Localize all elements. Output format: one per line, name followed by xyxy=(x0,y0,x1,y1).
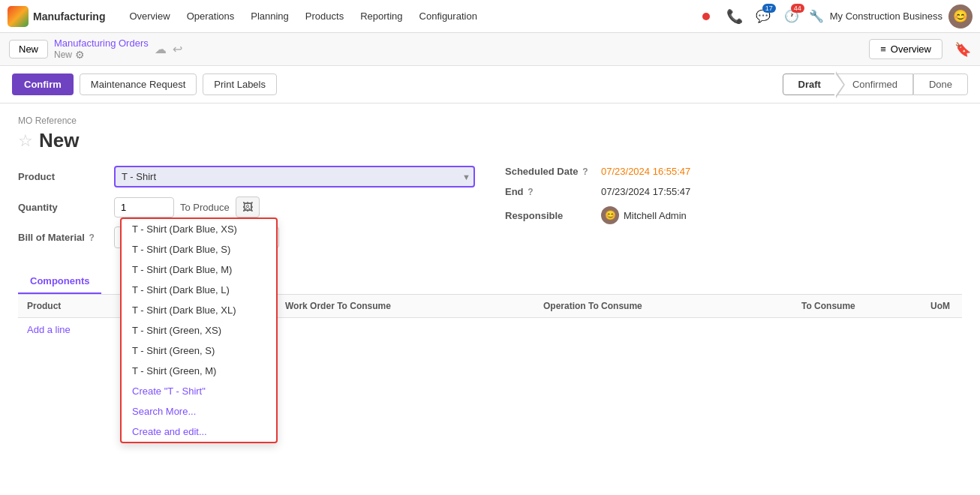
overview-button[interactable]: ≡ Overview xyxy=(869,39,942,59)
nav-overview[interactable]: Overview xyxy=(122,8,177,25)
tab-components[interactable]: Components xyxy=(18,269,101,294)
product-row: Product ▼ xyxy=(18,166,475,188)
messages-icon[interactable]: 💬 17 xyxy=(752,5,774,28)
dropdown-item-6[interactable]: T - Shirt (Green, S) xyxy=(122,340,276,361)
dropdown-item-5[interactable]: T - Shirt (Green, XS) xyxy=(122,320,276,340)
responsible-value: 😊 Mitchell Admin xyxy=(601,206,687,224)
status-draft[interactable]: Draft xyxy=(783,74,837,95)
action-bar: Confirm Maintenance Request Print Labels… xyxy=(0,66,980,104)
dropdown-create-edit[interactable]: Create and edit... xyxy=(122,422,276,442)
nav-planning[interactable]: Planning xyxy=(243,8,296,25)
scheduled-date-value[interactable]: 07/23/2024 16:55:47 xyxy=(601,166,690,177)
breadcrumb-sub: New ⚙ xyxy=(54,49,149,61)
gear-icon[interactable]: ⚙ xyxy=(75,49,85,61)
activities-badge: 44 xyxy=(791,4,804,13)
breadcrumb-main: Manufacturing Orders xyxy=(54,38,149,49)
app-name: Manufacturing xyxy=(33,10,105,22)
cloud-save-icon[interactable]: ☁ xyxy=(155,42,167,56)
end-help-icon: ? xyxy=(528,187,533,197)
phone-icon[interactable]: 📞 xyxy=(723,5,746,28)
status-confirmed[interactable]: Confirmed xyxy=(837,74,913,95)
dropdown-item-0[interactable]: T - Shirt (Dark Blue, XS) xyxy=(122,219,276,239)
top-nav-right: 📞 💬 17 🕐 44 🔧 My Construction Business 😊 xyxy=(695,4,972,28)
scheduled-date-help-icon: ? xyxy=(582,166,588,177)
bom-label: Bill of Material ? xyxy=(18,232,108,243)
col-work-order: Work Order To Consume xyxy=(285,301,543,311)
bom-label-text: Bill of Material xyxy=(18,232,85,243)
end-label-text: End xyxy=(505,186,524,197)
top-nav-menu: Overview Operations Planning Products Re… xyxy=(122,8,484,25)
scheduled-date-label-text: Scheduled Date xyxy=(505,166,579,177)
form-right: Scheduled Date ? 07/23/2024 16:55:47 End… xyxy=(505,166,962,257)
confirm-button[interactable]: Confirm xyxy=(12,74,74,95)
nav-configuration[interactable]: Configuration xyxy=(412,8,485,25)
dropdown-item-3[interactable]: T - Shirt (Dark Blue, L) xyxy=(122,280,276,300)
product-input-wrap: ▼ xyxy=(114,166,475,188)
nav-reporting[interactable]: Reporting xyxy=(353,8,410,25)
responsible-row: Responsible 😊 Mitchell Admin xyxy=(505,206,962,224)
scheduled-date-row: Scheduled Date ? 07/23/2024 16:55:47 xyxy=(505,166,962,177)
favorite-star-icon[interactable]: ☆ xyxy=(18,131,33,151)
to-produce-label: To Produce xyxy=(180,202,230,213)
activities-icon[interactable]: 🕐 44 xyxy=(780,5,803,28)
quantity-row: Quantity To Produce 🖼 xyxy=(18,196,475,218)
print-labels-button[interactable]: Print Labels xyxy=(203,74,277,95)
new-button[interactable]: New xyxy=(9,40,48,58)
col-operation: Operation To Consume xyxy=(543,301,801,311)
breadcrumb-link[interactable]: Manufacturing Orders xyxy=(54,38,149,49)
col-uom: UoM xyxy=(930,301,953,311)
col-to-consume: To Consume xyxy=(801,301,930,311)
end-label: End ? xyxy=(505,186,595,197)
bookmark-icon[interactable]: 🔖 xyxy=(954,41,971,58)
user-avatar[interactable]: 😊 xyxy=(948,4,972,28)
responsible-avatar: 😊 xyxy=(601,206,619,224)
quantity-input[interactable] xyxy=(114,197,174,218)
undo-icon[interactable]: ↩ xyxy=(173,42,182,56)
overview-button-label: Overview xyxy=(891,44,931,55)
to-produce-image-button[interactable]: 🖼 xyxy=(236,196,260,218)
responsible-name[interactable]: Mitchell Admin xyxy=(624,210,687,221)
logo-icon xyxy=(8,6,29,27)
wrench-icon[interactable]: 🔧 xyxy=(809,9,824,23)
breadcrumb: Manufacturing Orders New ⚙ xyxy=(54,38,149,61)
status-bar: Draft Confirmed Done xyxy=(783,74,968,95)
breadcrumb-current: New xyxy=(54,50,72,60)
mo-title: New xyxy=(39,129,79,152)
responsible-label: Responsible xyxy=(505,210,595,221)
dropdown-item-2[interactable]: T - Shirt (Dark Blue, M) xyxy=(122,260,276,280)
dropdown-item-4[interactable]: T - Shirt (Dark Blue, XL) xyxy=(122,300,276,320)
nav-products[interactable]: Products xyxy=(298,8,351,25)
dropdown-create-item[interactable]: Create "T - Shirt" xyxy=(122,381,276,401)
scheduled-date-label: Scheduled Date ? xyxy=(505,166,595,177)
nav-operations[interactable]: Operations xyxy=(179,8,242,25)
dropdown-search-more[interactable]: Search More... xyxy=(122,401,276,422)
mo-title-row: ☆ New xyxy=(18,129,962,152)
product-label: Product xyxy=(18,171,108,182)
top-navigation: Manufacturing Overview Operations Planni… xyxy=(0,0,980,33)
end-date-value[interactable]: 07/23/2024 17:55:47 xyxy=(601,186,690,197)
user-name[interactable]: My Construction Business xyxy=(830,10,942,22)
app-logo[interactable]: Manufacturing xyxy=(8,6,113,27)
add-line-button[interactable]: Add a line xyxy=(18,318,80,341)
mo-reference-label: MO Reference xyxy=(18,116,962,126)
status-done[interactable]: Done xyxy=(913,74,968,95)
maintenance-request-button[interactable]: Maintenance Request xyxy=(80,74,197,95)
secondary-toolbar: New Manufacturing Orders New ⚙ ☁ ↩ ≡ Ove… xyxy=(0,33,980,66)
quantity-label: Quantity xyxy=(18,202,108,213)
bom-help-icon: ? xyxy=(89,232,94,243)
dropdown-item-7[interactable]: T - Shirt (Green, M) xyxy=(122,361,276,381)
status-indicator[interactable] xyxy=(695,5,717,28)
product-input[interactable] xyxy=(114,166,475,188)
dropdown-item-1[interactable]: T - Shirt (Dark Blue, S) xyxy=(122,239,276,260)
product-dropdown: T - Shirt (Dark Blue, XS) T - Shirt (Dar… xyxy=(120,218,278,443)
end-date-row: End ? 07/23/2024 17:55:47 xyxy=(505,186,962,197)
overview-lines-icon: ≡ xyxy=(880,44,886,55)
messages-badge: 17 xyxy=(762,4,776,13)
